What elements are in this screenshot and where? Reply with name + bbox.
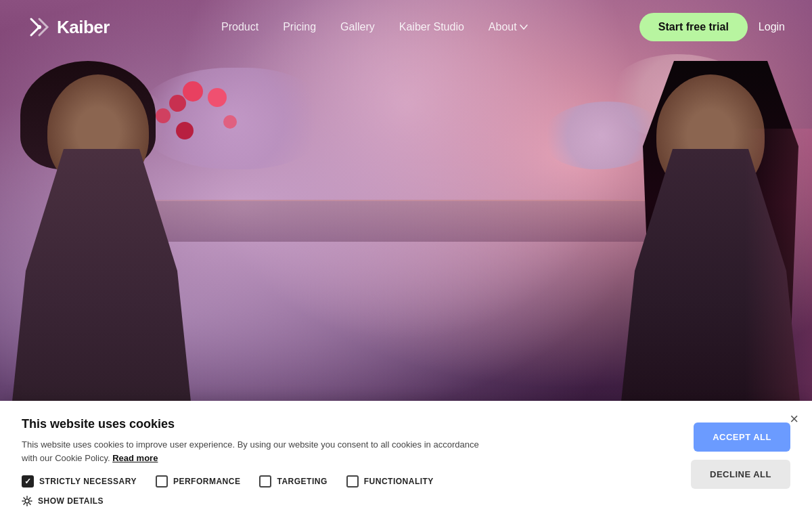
nav-link-pricing[interactable]: Pricing — [283, 21, 316, 32]
logo-icon — [27, 15, 51, 39]
hero-section: Kaiber Product Pricing Gallery Kaiber St… — [0, 0, 812, 520]
nav-actions: Start free trial Login — [639, 13, 785, 41]
functionality-checkbox[interactable] — [346, 475, 359, 488]
nav-link-kaiber-studio[interactable]: Kaiber Studio — [399, 21, 464, 32]
cookie-option-strictly-necessary[interactable]: STRICTLY NECESSARY — [22, 475, 137, 488]
targeting-checkbox[interactable] — [259, 475, 271, 488]
flower-1 — [183, 81, 203, 102]
accept-all-button[interactable]: ACCEPT ALL — [694, 422, 790, 452]
svg-point-0 — [37, 25, 41, 29]
flower-4 — [156, 108, 171, 123]
flower-3 — [208, 88, 227, 107]
cookie-option-functionality[interactable]: FUNCTIONALITY — [346, 475, 434, 488]
nav-item-kaiber-studio[interactable]: Kaiber Studio — [399, 21, 464, 33]
char-left-flowers — [156, 81, 237, 162]
character-right — [562, 61, 812, 454]
logo[interactable]: Kaiber — [27, 15, 110, 39]
close-cookie-banner-button[interactable]: × — [790, 412, 798, 427]
nav-item-pricing[interactable]: Pricing — [283, 21, 316, 33]
navbar: Kaiber Product Pricing Gallery Kaiber St… — [0, 0, 812, 54]
performance-checkbox[interactable] — [156, 475, 168, 488]
cookie-option-targeting[interactable]: TARGETING — [259, 475, 327, 488]
cookie-options: STRICTLY NECESSARY PERFORMANCE TARGETING — [22, 475, 675, 488]
cookie-option-performance[interactable]: PERFORMANCE — [156, 475, 241, 488]
flower-2 — [169, 95, 186, 112]
nav-item-about[interactable]: About — [489, 21, 528, 33]
cookie-banner: × This website uses cookies This website… — [0, 401, 812, 520]
flower-6 — [176, 122, 194, 139]
login-button[interactable]: Login — [759, 21, 785, 33]
nav-links: Product Pricing Gallery Kaiber Studio Ab… — [221, 21, 528, 33]
cookie-banner-content: This website uses cookies This website u… — [22, 417, 790, 506]
cookie-title: This website uses cookies — [22, 417, 675, 431]
nav-item-gallery[interactable]: Gallery — [340, 21, 375, 33]
svg-point-1 — [25, 499, 29, 503]
nav-link-product[interactable]: Product — [221, 21, 258, 32]
cookie-description: This website uses cookies to improve use… — [22, 438, 495, 464]
logo-text: Kaiber — [57, 17, 110, 38]
gear-icon — [22, 496, 32, 506]
show-details-button[interactable]: SHOW DETAILS — [22, 496, 675, 506]
chevron-down-icon — [520, 24, 528, 30]
start-trial-button[interactable]: Start free trial — [639, 13, 748, 41]
flower-5 — [223, 115, 237, 129]
decline-all-button[interactable]: DECLINE ALL — [691, 460, 790, 489]
cookie-right-section: ACCEPT ALL DECLINE ALL — [691, 417, 790, 489]
nav-link-about[interactable]: About — [489, 21, 528, 33]
nav-item-product[interactable]: Product — [221, 21, 258, 33]
character-left — [0, 61, 250, 454]
strictly-necessary-checkbox[interactable] — [22, 475, 34, 488]
cookie-read-more-link[interactable]: Read more — [112, 453, 158, 463]
cookie-left-section: This website uses cookies This website u… — [22, 417, 675, 506]
nav-link-gallery[interactable]: Gallery — [340, 21, 375, 32]
